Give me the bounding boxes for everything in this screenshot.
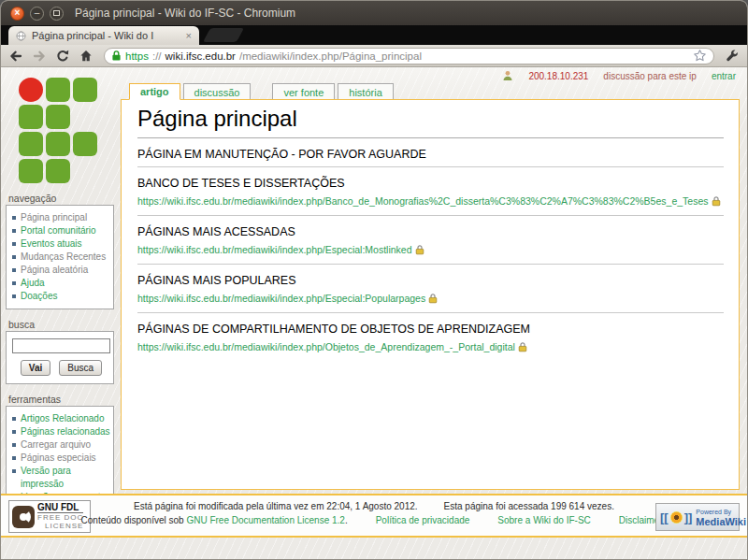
reload-icon[interactable]: [55, 49, 70, 64]
browser-tabstrip: Página principal - Wiki do I ×: [1, 25, 747, 45]
bullet-icon: [12, 255, 16, 259]
tab-close-icon[interactable]: ×: [185, 30, 193, 41]
sidebar-item-carregar-arquivo[interactable]: Carregar arquivo: [12, 438, 110, 452]
browser-tab[interactable]: Página principal - Wiki do I ×: [8, 26, 199, 45]
license-suffix: .: [345, 515, 348, 525]
ifsc-logo[interactable]: [19, 78, 97, 183]
sidebar-item-doacoes[interactable]: Doações: [12, 290, 110, 303]
article-tabs: artigo discussão ver fonte história: [121, 83, 740, 99]
license-prefix: Conteúdo disponível sob: [81, 515, 184, 525]
https-padlock-icon: [111, 50, 122, 62]
main-area: artigo discussão ver fonte história Pági…: [121, 83, 740, 490]
tab-discussao[interactable]: discussão: [183, 83, 252, 100]
url-scheme: https: [125, 50, 149, 62]
external-link-popularpages[interactable]: https://wiki.ifsc.edu.br/mediawiki/index…: [137, 293, 425, 304]
section-heading: PÁGINA EM MANUTENÇÃO - POR FAVOR AGUARDE: [137, 148, 724, 161]
tab-historia[interactable]: história: [338, 83, 393, 100]
bullet-icon: [12, 469, 16, 473]
license-link[interactable]: GNU Free Documentation License 1.2: [186, 515, 345, 525]
wrench-icon[interactable]: [725, 49, 740, 64]
mw-name: MediaWiki: [696, 517, 746, 526]
sidebar-item-pagina-principal[interactable]: Página principal: [12, 211, 110, 224]
tab-ver-fonte[interactable]: ver fonte: [272, 83, 335, 100]
divider: [137, 264, 724, 265]
go-button[interactable]: Vai: [21, 360, 50, 376]
section-link-row: https://wiki.ifsc.edu.br/mediawiki/index…: [137, 293, 724, 304]
url-path: /mediawiki/index.php/Página_principal: [239, 50, 689, 62]
search-label: busca: [8, 319, 114, 330]
browser-window: × – Página principal - Wiki do IF-SC - C…: [0, 0, 748, 560]
bullet-icon: [12, 430, 16, 434]
window-maximize-button[interactable]: [50, 7, 64, 21]
back-icon[interactable]: [8, 49, 23, 64]
mw-bracket-left: [[: [660, 511, 669, 524]
logo-red-circle: [19, 78, 43, 102]
search-button[interactable]: Busca: [59, 360, 102, 376]
wiki-footer: GNU FDL FREE DOC LICENSE Está página foi…: [1, 494, 747, 538]
sidebar-item-versao-para-impressao[interactable]: Versão para impressão: [12, 465, 110, 491]
sidebar-item-portal-comunitario[interactable]: Portal comunitário: [12, 224, 110, 237]
access-count-text: Esta página foi acessada 199 614 vezes.: [444, 501, 614, 511]
address-bar[interactable]: https://wiki.ifsc.edu.br/mediawiki/index…: [104, 48, 714, 65]
external-link-banco-teses[interactable]: https://wiki.ifsc.edu.br/mediawiki/index…: [137, 195, 709, 207]
page-title: Página principal: [137, 104, 724, 138]
sidebar-item-ajuda[interactable]: Ajuda: [12, 277, 110, 290]
gnu-logo-icon: [12, 506, 35, 528]
mediawiki-badge[interactable]: [[ ]] Powered By MediaWiki: [655, 503, 740, 531]
privacy-link[interactable]: Política de privacidade: [376, 515, 470, 525]
new-tab-button[interactable]: [203, 28, 244, 42]
portlet-search: busca Vai Busca: [6, 319, 114, 384]
bullet-icon: [12, 268, 16, 272]
bullet-icon: [12, 229, 16, 233]
wiki-page: 200.18.10.231 discussão para este ip ent…: [1, 67, 747, 559]
ip-talk-link[interactable]: discussão para este ip: [603, 71, 697, 81]
maximize-icon: [53, 10, 60, 16]
bullet-icon: [12, 216, 16, 220]
section-heading: PÁGINAS MAIS ACESSADAS: [137, 225, 724, 238]
search-input[interactable]: [12, 338, 110, 353]
globe-favicon-icon: [15, 30, 27, 42]
window-close-button[interactable]: ×: [10, 7, 24, 21]
gnu-badge-line1: GNU FDL: [37, 503, 83, 513]
gnu-fdl-badge[interactable]: GNU FDL FREE DOC LICENSE: [8, 500, 91, 533]
tab-artigo[interactable]: artigo: [129, 83, 180, 100]
browser-toolbar: https://wiki.ifsc.edu.br/mediawiki/index…: [1, 45, 747, 67]
section-heading: PÁGINAS DE COMPARTILHAMENTO DE OBJETOS D…: [137, 323, 724, 336]
sidebar-item-paginas-relacionadas[interactable]: Páginas relacionadas: [12, 425, 110, 438]
browser-tab-title: Página principal - Wiki do I: [32, 30, 180, 41]
bullet-icon: [12, 443, 16, 447]
sidebar-item-mudancas-recentes[interactable]: Mudanças Recentes: [12, 251, 110, 264]
sidebar-item-paginas-especiais[interactable]: Páginas especiais: [12, 452, 110, 465]
lock-icon: [518, 341, 527, 352]
lock-icon: [428, 293, 438, 304]
window-titlebar: × – Página principal - Wiki do IF-SC - C…: [1, 1, 747, 25]
portlet-navigation: navegação Página principal Portal comuni…: [6, 193, 114, 309]
last-modified-text: Está página foi modificada pela última v…: [134, 501, 418, 511]
external-link-mostlinked[interactable]: https://wiki.ifsc.edu.br/mediawiki/index…: [137, 244, 412, 255]
divider: [137, 312, 724, 313]
section-heading: BANCO DE TESES E DISSERTAÇÕES: [137, 177, 724, 190]
person-icon: [502, 70, 513, 81]
sidebar-item-eventos-atuais[interactable]: Eventos atuais: [12, 237, 110, 251]
gnu-badge-line3: LICENSE: [45, 522, 83, 530]
sidebar-item-artigos-relacionado[interactable]: Artigos Relacionado: [12, 412, 110, 425]
sidebar: navegação Página principal Portal comuni…: [1, 67, 119, 510]
bookmark-star-icon[interactable]: [693, 49, 707, 63]
divider: [137, 215, 724, 216]
mw-bracket-right: ]]: [684, 511, 693, 524]
tools-label: ferramentas: [8, 394, 114, 405]
login-link[interactable]: entrar: [712, 71, 736, 81]
navigation-label: navegação: [8, 193, 114, 204]
user-ip-link[interactable]: 200.18.10.231: [528, 71, 588, 81]
forward-icon[interactable]: [32, 49, 47, 64]
personal-bar: 200.18.10.231 discussão para este ip ent…: [502, 70, 736, 81]
window-minimize-button[interactable]: –: [30, 7, 44, 21]
sidebar-item-pagina-aleatoria[interactable]: Página aleatória: [12, 264, 110, 277]
mediawiki-sunflower-icon: [670, 511, 683, 524]
about-link[interactable]: Sobre a Wiki do IF-SC: [497, 515, 590, 525]
article-content: Página principal PÁGINA EM MANUTENÇÃO - …: [121, 99, 740, 490]
home-icon[interactable]: [79, 49, 94, 64]
url-separator: ://: [152, 50, 162, 62]
bullet-icon: [12, 417, 16, 421]
external-link-objetos-aprendizagem[interactable]: https://wiki.ifsc.edu.br/mediawiki/index…: [137, 341, 515, 352]
